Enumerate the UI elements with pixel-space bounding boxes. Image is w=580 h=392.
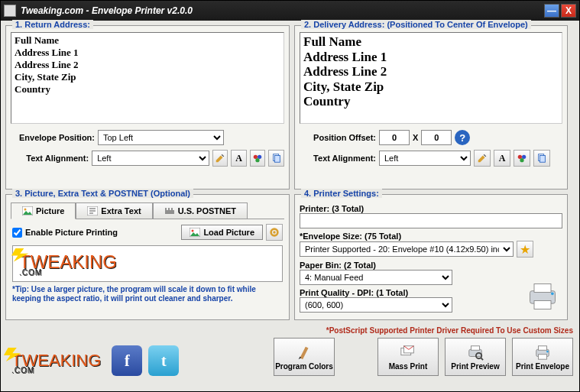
twitter-icon[interactable]: t: [148, 345, 179, 376]
return-panel-title: 1. Return Address:: [12, 20, 93, 29]
svg-point-6: [522, 155, 526, 159]
paper-bin-select[interactable]: 4: Manual Feed: [300, 270, 452, 285]
svg-point-2: [256, 158, 260, 162]
delivery-panel-title: 2. Delivery Address: (Positioned To Cent…: [301, 20, 531, 29]
svg-point-39: [546, 350, 549, 352]
help-icon[interactable]: ?: [455, 130, 470, 145]
return-edit-icon[interactable]: [212, 150, 228, 167]
svg-rect-9: [539, 156, 545, 163]
print-preview-button[interactable]: Print Preview: [445, 338, 506, 376]
svg-rect-38: [539, 354, 547, 358]
offset-separator: X: [413, 133, 418, 142]
position-offset-label: Position Offset:: [300, 133, 376, 142]
dpi-select[interactable]: (600, 600): [300, 297, 452, 313]
return-font-icon[interactable]: A: [231, 150, 247, 167]
return-alignment-label: Text Alignment:: [11, 154, 89, 163]
printer-label: Printer: (3 Total): [300, 204, 562, 213]
offset-x-input[interactable]: [379, 130, 410, 145]
enable-picture-label: Enable Picture Printing: [25, 228, 118, 237]
delivery-edit-icon[interactable]: [474, 150, 491, 167]
envelope-position-label: Envelope Position:: [11, 133, 95, 142]
return-address-panel: 1. Return Address: Full Name Address Lin…: [5, 25, 290, 190]
printer-icon: [526, 280, 559, 313]
postscript-note: *PostScript Supported Printer Driver Req…: [7, 326, 573, 335]
program-colors-button[interactable]: Program Colors: [274, 338, 335, 376]
svg-rect-37: [539, 345, 547, 350]
return-address-input[interactable]: Full Name Address Line 1 Address Line 2 …: [11, 32, 284, 124]
delivery-alignment-select[interactable]: Left: [379, 151, 471, 166]
tab-extra-text[interactable]: Extra Text: [76, 202, 152, 219]
tab-picture[interactable]: Picture: [11, 202, 76, 219]
picture-settings-icon[interactable]: [266, 224, 283, 241]
svg-point-25: [273, 231, 276, 234]
facebook-icon[interactable]: f: [112, 345, 142, 376]
svg-rect-4: [274, 156, 280, 163]
paper-bin-label: Paper Bin: (2 Total): [300, 261, 562, 270]
picture-tip: *Tip: Use a larger picture, the program …: [12, 285, 283, 303]
svg-point-23: [192, 230, 194, 232]
enable-picture-checkbox[interactable]: [12, 228, 22, 238]
window-title: Tweaking.com - Envelope Printer v2.0.0: [21, 5, 543, 16]
svg-point-7: [520, 158, 523, 162]
tab-postnet[interactable]: U.S. POSTNET: [153, 202, 248, 219]
close-button[interactable]: X: [561, 4, 576, 18]
svg-rect-33: [471, 345, 480, 350]
delivery-copy-icon[interactable]: [533, 150, 550, 167]
svg-point-5: [518, 155, 522, 159]
delivery-color-icon[interactable]: [514, 150, 530, 167]
svg-rect-28: [534, 301, 551, 309]
printer-select[interactable]: HP LaserJet 1020: [300, 213, 562, 228]
picture-preview: TWEAKING.COM: [12, 245, 283, 282]
svg-rect-27: [534, 284, 551, 293]
delivery-address-input[interactable]: Full Name Address Line 1 Address Line 2 …: [300, 32, 562, 124]
envelope-size-label: *Envelope Size: (75 Total): [300, 232, 562, 241]
tab-row: Picture Extra Text U.S. POSTNET: [11, 202, 284, 219]
minimize-button[interactable]: —: [544, 4, 559, 18]
picture-panel-title: 3. Picture, Extra Text & POSTNET (Option…: [12, 189, 193, 198]
print-envelope-button[interactable]: Print Envelope: [512, 338, 573, 376]
printer-panel: 4. Printer Settings: Printer: (3 Total) …: [294, 194, 568, 320]
envelope-position-select[interactable]: Top Left: [98, 130, 224, 145]
delivery-alignment-label: Text Alignment:: [300, 154, 376, 163]
offset-y-input[interactable]: [421, 130, 452, 145]
load-picture-button[interactable]: Load Picture: [181, 225, 263, 240]
tweaking-logo-icon: TWEAKING.COM: [15, 250, 122, 278]
svg-line-35: [481, 358, 483, 360]
return-alignment-select[interactable]: Left: [92, 151, 209, 166]
favorite-size-button[interactable]: ★: [517, 241, 533, 258]
svg-point-0: [254, 155, 258, 159]
printer-panel-title: 4. Printer Settings:: [301, 189, 382, 198]
delivery-font-icon[interactable]: A: [494, 150, 510, 167]
svg-point-29: [551, 293, 554, 296]
footer-logo-icon[interactable]: TWEAKING.COM: [7, 349, 105, 376]
return-color-icon[interactable]: [250, 150, 266, 167]
dpi-label: Print Quality - DPI: (1 Total): [300, 288, 562, 297]
star-icon: ★: [520, 242, 530, 257]
svg-point-11: [24, 209, 27, 211]
mass-print-button[interactable]: Mass Print: [377, 338, 439, 376]
titlebar: Tweaking.com - Envelope Printer v2.0.0 —…: [1, 1, 579, 21]
app-icon: [4, 5, 16, 17]
picture-panel: 3. Picture, Extra Text & POSTNET (Option…: [5, 194, 290, 320]
svg-point-1: [258, 155, 261, 159]
return-copy-icon[interactable]: [268, 150, 284, 167]
envelope-size-select[interactable]: Printer Supported - 20: Envelope #10 (4.…: [300, 241, 514, 257]
delivery-address-panel: 2. Delivery Address: (Positioned To Cent…: [294, 25, 568, 190]
